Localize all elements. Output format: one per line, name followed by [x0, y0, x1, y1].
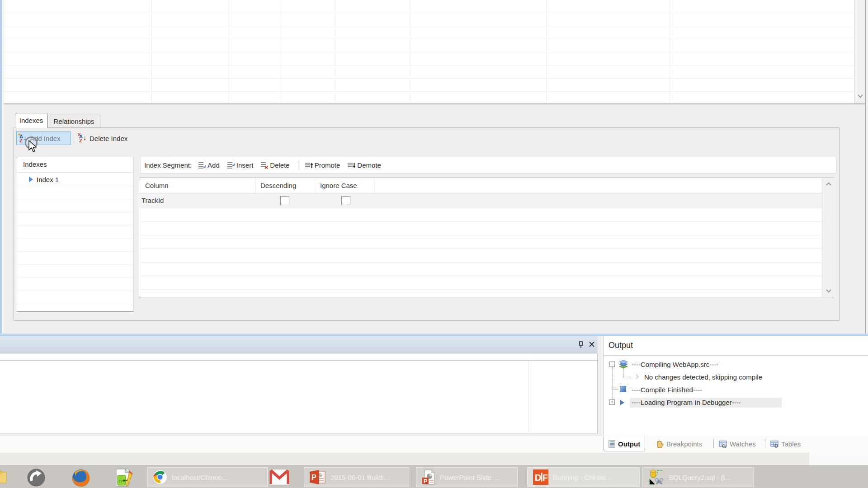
segment-toolbar-separator — [298, 161, 298, 170]
svg-text:P: P — [424, 478, 427, 484]
segment-row-trackid[interactable]: TrackId — [139, 193, 822, 208]
segment-column-value: TrackId — [142, 197, 164, 204]
compile-stack-icon — [618, 360, 629, 370]
notepad-plus-icon[interactable]: ∩++ — [114, 468, 134, 487]
expand-node-button[interactable]: + — [609, 399, 615, 405]
delete-index-button[interactable]: xAZ↓ Delete Index — [77, 131, 136, 145]
segment-delete-label: Delete — [270, 161, 289, 169]
taskbar-label: PowerPoint Slide ... — [440, 474, 499, 481]
output-node-nochanges[interactable]: No changes detected, skipping compile — [644, 373, 762, 381]
gmail-icon[interactable] — [269, 469, 289, 485]
output-node-loading[interactable]: ----Loading Program In Debugger---- — [632, 399, 741, 406]
tab-indexes-label: Indexes — [19, 117, 43, 124]
window-right-edge — [865, 0, 866, 335]
output-panel: Output − ----Compiling WebApp.src---- No… — [603, 336, 868, 436]
tree-connector — [612, 367, 613, 402]
bottom-panel-header-strip — [0, 354, 598, 361]
breakpoints-hand-icon — [656, 440, 664, 448]
taskbar-label: localhost/Chinoo... — [172, 474, 227, 481]
tree-connector — [623, 377, 631, 377]
tab-tables-label: Tables — [781, 440, 801, 448]
output-node-finished[interactable]: ----Compile Finished---- — [632, 386, 702, 394]
taskbar-button-sql[interactable]: SQLQuery2.sql - (l... — [642, 467, 754, 487]
grid-column-line — [151, 0, 152, 103]
folder-icon[interactable] — [0, 469, 7, 485]
scroll-up-icon[interactable] — [826, 182, 832, 186]
pin-icon[interactable] — [578, 341, 584, 349]
status-strip-light — [809, 453, 868, 465]
index-item-label: Index 1 — [37, 176, 59, 183]
dataflex-studio-screen: Indexes Relationships +AZ↓ Add Index xAZ… — [0, 0, 868, 488]
firefox-icon[interactable] — [71, 469, 90, 488]
tree-connector — [612, 389, 618, 389]
mouse-cursor-icon — [28, 140, 38, 154]
powerpoint-icon: P — [310, 470, 326, 484]
segment-delete-button[interactable]: Delete — [260, 161, 289, 169]
tab-breakpoints-label: Breakpoints — [666, 440, 702, 448]
index-tree-item[interactable]: Index 1 — [17, 173, 133, 186]
taskbar-button-chrome[interactable]: localhost/Chinoo... — [147, 467, 268, 487]
collapsed-arrow-icon[interactable] — [634, 375, 639, 379]
taskbar-button-dataflex[interactable]: D F Running - Chinoo... — [527, 467, 640, 487]
segment-insert-icon — [227, 162, 235, 169]
indexes-list[interactable]: Index 1 — [17, 173, 133, 311]
output-node-compiling[interactable]: ----Compiling WebApp.src---- — [632, 361, 718, 368]
segment-add-button[interactable]: Add — [198, 161, 220, 169]
output-panel-title: Output — [609, 341, 633, 350]
segments-vertical-scrollbar[interactable] — [822, 178, 834, 297]
segment-add-label: Add — [208, 161, 220, 169]
svg-text:P: P — [311, 474, 316, 481]
column-header: Column — [145, 182, 169, 189]
grid-vertical-scrollbar[interactable] — [854, 0, 865, 103]
segments-table-header: Column Descending Ignore Case — [139, 178, 834, 193]
output-title-separator — [604, 355, 868, 356]
compile-finished-icon — [620, 386, 626, 392]
segment-insert-button[interactable]: Insert — [227, 161, 254, 169]
indexes-list-header: Indexes — [17, 156, 133, 173]
grid-column-line — [546, 0, 547, 103]
taskbar-button-powerpoint-file[interactable]: P PowerPoint Slide ... — [416, 467, 518, 487]
index-segment-toolbar: Index Segment: Add Insert — [140, 157, 836, 174]
segment-delete-icon — [260, 162, 269, 169]
ignore-case-checkbox[interactable] — [341, 196, 350, 205]
tab-indexes[interactable]: Indexes — [15, 113, 47, 128]
tab-output[interactable]: Output — [604, 436, 645, 451]
tab-separator — [713, 439, 714, 448]
refresh-circle-icon[interactable] — [27, 469, 45, 487]
chrome-icon — [153, 470, 167, 484]
tab-relationships-label: Relationships — [53, 117, 94, 125]
index-segments-table: Column Descending Ignore Case TrackId — [139, 178, 834, 297]
indexes-header-label: Indexes — [23, 160, 47, 168]
tab-breakpoints[interactable]: Breakpoints — [656, 436, 702, 451]
scroll-down-icon[interactable] — [826, 289, 832, 293]
taskbar-button-powerpoint[interactable]: P 2015-06-01 Buildi... — [304, 467, 409, 487]
scroll-down-icon[interactable] — [857, 94, 863, 99]
descending-checkbox[interactable] — [280, 196, 289, 205]
segment-demote-label: Demote — [357, 161, 381, 169]
tab-watches[interactable]: Watches — [719, 436, 756, 451]
tab-tables[interactable]: Tables — [770, 436, 801, 451]
grid-column-line — [281, 0, 281, 103]
grid-column-line — [410, 0, 410, 103]
collapse-node-button[interactable]: − — [609, 361, 615, 367]
svg-text:F: F — [542, 473, 548, 483]
taskbar-label: 2015-06-01 Buildi... — [330, 474, 389, 481]
properties-grid[interactable] — [4, 0, 854, 103]
segment-insert-label: Insert — [236, 161, 254, 169]
bottom-panel-content[interactable] — [0, 361, 598, 433]
grid-column-line — [228, 0, 229, 103]
tab-relationships[interactable]: Relationships — [47, 115, 100, 128]
sql-icon — [648, 469, 664, 485]
delete-index-label: Delete Index — [90, 135, 127, 142]
segment-promote-button[interactable]: Promote — [305, 161, 340, 169]
descending-header: Descending — [260, 182, 296, 189]
indexes-list-panel: Indexes Index 1 — [17, 156, 133, 312]
current-node-arrow-icon — [620, 400, 624, 405]
segment-demote-button[interactable]: Demote — [347, 161, 381, 169]
bottom-panel-bottom-border — [0, 433, 598, 433]
close-icon[interactable] — [589, 341, 595, 347]
segment-promote-label: Promote — [315, 161, 340, 169]
bottom-panel-titlebar[interactable] — [0, 336, 598, 353]
tree-expand-icon[interactable] — [29, 177, 33, 182]
segment-promote-icon — [305, 162, 313, 169]
